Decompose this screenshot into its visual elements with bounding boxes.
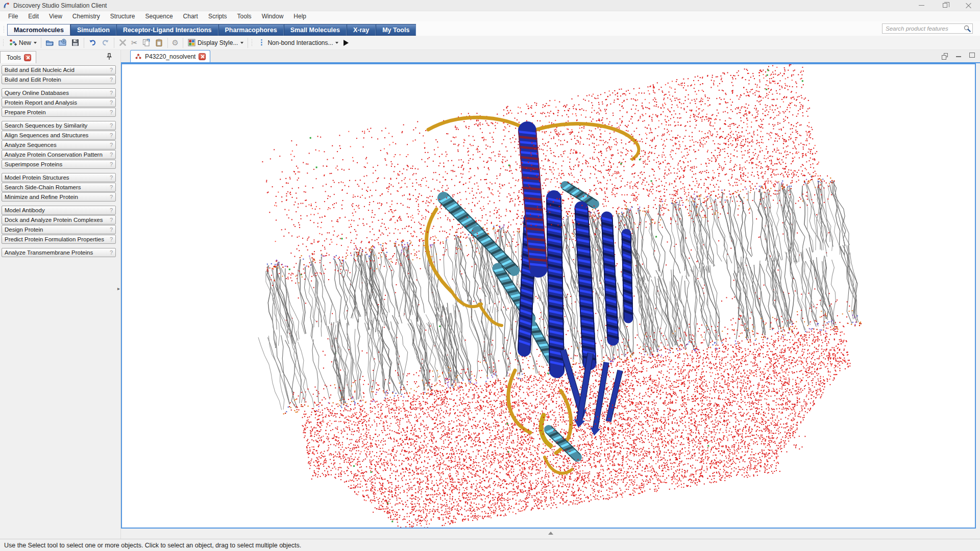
tool-item-protein-report-and-analysis[interactable]: Protein Report and Analysis? [2, 98, 116, 107]
tool-item-help-icon[interactable]: ? [110, 90, 113, 96]
ribbon-tab-bar: MacromoleculesSimulationReceptor-Ligand … [0, 21, 980, 36]
display-style-button[interactable]: Display Style... [185, 37, 246, 49]
paste-button[interactable] [153, 37, 165, 49]
tool-item-search-side-chain-rotamers[interactable]: Search Side-Chain Rotamers? [2, 183, 116, 192]
menu-item-chemistry[interactable]: Chemistry [67, 12, 105, 21]
ribbon-tab-pharmacophores[interactable]: Pharmacophores [218, 24, 284, 36]
toolbar-separator [84, 38, 84, 48]
tool-item-help-icon[interactable]: ? [110, 161, 113, 167]
open-url-button[interactable] [56, 37, 69, 49]
tool-item-help-icon[interactable]: ? [110, 184, 113, 190]
tool-group: Model Protein Structures?Search Side-Cha… [2, 173, 116, 202]
nonbond-dropdown-arrow-icon[interactable] [335, 42, 338, 44]
menu-item-scripts[interactable]: Scripts [203, 12, 232, 21]
tool-item-help-icon[interactable]: ? [110, 207, 113, 213]
menu-item-window[interactable]: Window [257, 12, 289, 21]
tool-item-help-icon[interactable]: ? [110, 217, 113, 223]
nonbond-interactions-label: Non-bond Interactions... [267, 39, 333, 46]
tool-item-help-icon[interactable]: ? [110, 77, 113, 83]
menu-item-tools[interactable]: Tools [232, 12, 257, 21]
ribbon-tab-small-molecules[interactable]: Small Molecules [284, 24, 347, 36]
ribbon-tab-x-ray[interactable]: X-ray [347, 24, 376, 36]
menu-item-sequence[interactable]: Sequence [140, 12, 178, 21]
paste-icon [155, 38, 163, 47]
tool-item-help-icon[interactable]: ? [110, 67, 113, 73]
mdi-maximize-icon[interactable] [969, 53, 975, 58]
tool-item-help-icon[interactable]: ? [110, 194, 113, 200]
expand-up-caret-icon[interactable] [548, 532, 553, 535]
tool-item-analyze-sequences[interactable]: Analyze Sequences? [2, 140, 116, 149]
tool-item-prepare-protein[interactable]: Prepare Protein? [2, 108, 116, 117]
tool-item-help-icon[interactable]: ? [110, 152, 113, 158]
splitter-collapse-arrow-icon[interactable]: ▸ [117, 286, 120, 291]
tools-close-icon[interactable] [24, 54, 31, 61]
tool-item-help-icon[interactable]: ? [110, 122, 113, 129]
nonbond-interactions-button[interactable]: Non-bond Interactions... [255, 37, 340, 49]
mdi-restore-icon[interactable] [944, 53, 948, 57]
ribbon-tab-my-tools[interactable]: My Tools [376, 24, 416, 36]
menu-item-edit[interactable]: Edit [23, 12, 44, 21]
tool-item-label: Analyze Transmembrane Proteins [5, 249, 93, 256]
tool-item-align-sequences-and-structures[interactable]: Align Sequences and Structures? [2, 131, 116, 140]
menu-item-help[interactable]: Help [288, 12, 311, 21]
new-button[interactable]: New [7, 37, 39, 49]
panel-splitter[interactable]: ▸ [117, 50, 121, 539]
document-tab-close-icon[interactable] [199, 53, 206, 60]
menu-item-file[interactable]: File [3, 12, 23, 21]
save-button[interactable] [69, 37, 82, 49]
ribbon-tab-receptor-ligand-interactions[interactable]: Receptor-Ligand Interactions [116, 24, 218, 36]
tool-item-model-protein-structures[interactable]: Model Protein Structures? [2, 173, 116, 182]
main-toolbar: New [0, 36, 980, 50]
undo-button[interactable] [86, 37, 99, 49]
search-icon[interactable] [963, 24, 971, 33]
tool-item-help-icon[interactable]: ? [110, 132, 113, 138]
tool-item-help-icon[interactable]: ? [110, 249, 113, 256]
tool-item-label: Query Online Databases [5, 90, 69, 96]
tool-item-build-and-edit-nucleic-acid[interactable]: Build and Edit Nucleic Acid? [2, 65, 116, 74]
tools-panel-tab[interactable]: Tools [0, 51, 36, 63]
new-dropdown-arrow-icon[interactable] [34, 42, 37, 44]
cut-button[interactable]: ✂ [129, 37, 140, 49]
tool-item-model-antibody[interactable]: Model Antibody? [2, 206, 116, 215]
tool-item-help-icon[interactable]: ? [110, 109, 113, 115]
redo-button[interactable] [99, 37, 112, 49]
tool-item-build-and-edit-protein[interactable]: Build and Edit Protein? [2, 75, 116, 84]
tool-item-analyze-transmembrane-proteins[interactable]: Analyze Transmembrane Proteins? [2, 248, 116, 257]
menu-item-structure[interactable]: Structure [105, 12, 140, 21]
toolbar-separator [114, 38, 114, 48]
mdi-minimize-icon[interactable] [956, 56, 961, 57]
tool-item-analyze-protein-conservation-pattern[interactable]: Analyze Protein Conservation Pattern? [2, 150, 116, 159]
delete-button[interactable] [116, 37, 129, 49]
menu-item-chart[interactable]: Chart [178, 12, 203, 21]
tool-item-help-icon[interactable]: ? [110, 227, 113, 233]
run-play-button[interactable] [344, 40, 349, 46]
pin-icon[interactable] [106, 53, 112, 60]
display-style-dropdown-arrow-icon[interactable] [240, 42, 243, 44]
close-button[interactable] [957, 0, 980, 11]
menu-item-view[interactable]: View [44, 12, 67, 21]
tool-item-query-online-databases[interactable]: Query Online Databases? [2, 88, 116, 97]
search-input[interactable] [886, 26, 963, 32]
tool-item-search-sequences-by-similarity[interactable]: Search Sequences by Similarity? [2, 121, 116, 130]
tool-item-label: Protein Report and Analysis [5, 99, 77, 106]
tool-item-dock-and-analyze-protein-complexes[interactable]: Dock and Analyze Protein Complexes? [2, 215, 116, 224]
tool-item-predict-protein-formulation-properties[interactable]: Predict Protein Formulation Properties? [2, 235, 116, 244]
tool-item-help-icon[interactable]: ? [110, 142, 113, 148]
minimize-button[interactable] [910, 0, 933, 11]
restore-button[interactable] [933, 0, 957, 11]
tool-item-design-protein[interactable]: Design Protein? [2, 225, 116, 234]
open-button[interactable] [43, 37, 56, 49]
tool-item-minimize-and-refine-protein[interactable]: Minimize and Refine Protein? [2, 192, 116, 202]
tool-group: Analyze Transmembrane Proteins? [2, 248, 116, 257]
tool-item-help-icon[interactable]: ? [110, 99, 113, 106]
tool-item-help-icon[interactable]: ? [110, 236, 113, 242]
ribbon-tab-macromolecules[interactable]: Macromolecules [7, 24, 70, 36]
gear-icon: ⚙ [172, 38, 179, 47]
ribbon-tab-simulation[interactable]: Simulation [70, 24, 116, 36]
tool-item-help-icon[interactable]: ? [110, 174, 113, 181]
settings-button[interactable]: ⚙ [170, 37, 181, 49]
copy-button[interactable] [140, 37, 153, 49]
tool-item-superimpose-proteins[interactable]: Superimpose Proteins? [2, 160, 116, 169]
3d-viewport-canvas[interactable] [122, 64, 975, 528]
document-tab[interactable]: P43220_nosolvent [130, 50, 210, 62]
